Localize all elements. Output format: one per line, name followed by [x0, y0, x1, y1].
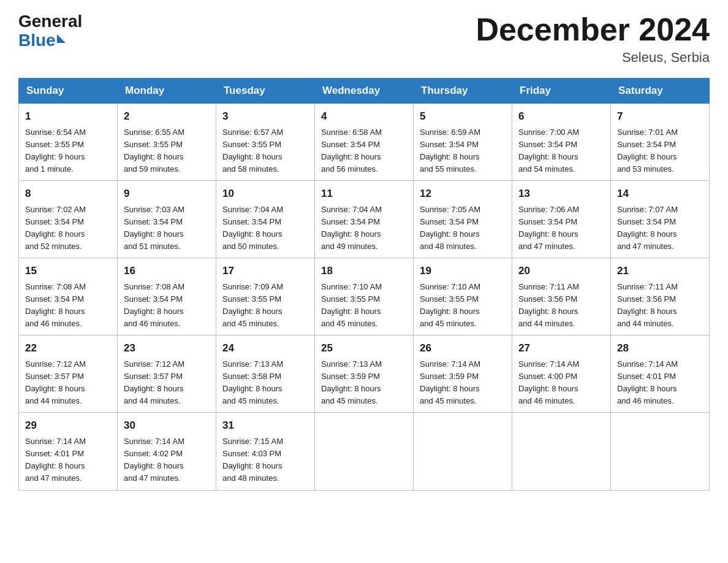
logo-blue-text: Blue [18, 31, 82, 50]
calendar-cell: 24Sunrise: 7:13 AMSunset: 3:58 PMDayligh… [216, 335, 315, 413]
calendar-cell: 2Sunrise: 6:55 AMSunset: 3:55 PMDaylight… [118, 104, 216, 181]
day-number: 27 [518, 340, 604, 356]
calendar-cell: 7Sunrise: 7:01 AMSunset: 3:54 PMDaylight… [611, 104, 710, 181]
day-number: 12 [420, 186, 506, 202]
day-info: Sunrise: 7:08 AMSunset: 3:54 PMDaylight:… [25, 281, 111, 331]
day-info: Sunrise: 7:04 AMSunset: 3:54 PMDaylight:… [222, 204, 308, 253]
logo-general-text: General [18, 12, 82, 31]
day-number: 19 [420, 263, 506, 279]
calendar-cell: 4Sunrise: 6:58 AMSunset: 3:54 PMDaylight… [315, 104, 414, 181]
day-number: 23 [124, 340, 210, 356]
day-number: 31 [222, 418, 308, 434]
day-info: Sunrise: 7:11 AMSunset: 3:56 PMDaylight:… [617, 281, 703, 331]
day-info: Sunrise: 7:01 AMSunset: 3:54 PMDaylight:… [617, 126, 703, 176]
day-number: 3 [222, 109, 308, 124]
calendar-cell: 6Sunrise: 7:00 AMSunset: 3:54 PMDaylight… [512, 104, 611, 181]
calendar-cell: 23Sunrise: 7:12 AMSunset: 3:57 PMDayligh… [118, 335, 216, 413]
day-info: Sunrise: 7:13 AMSunset: 3:59 PMDaylight:… [321, 358, 407, 408]
page-header: General Blue December 2024 Seleus, Serbi… [18, 12, 710, 66]
day-info: Sunrise: 7:10 AMSunset: 3:55 PMDaylight:… [420, 281, 506, 331]
day-info: Sunrise: 7:03 AMSunset: 3:54 PMDaylight:… [124, 204, 210, 253]
day-number: 14 [617, 186, 703, 202]
day-number: 8 [25, 186, 111, 202]
calendar-week-2: 8Sunrise: 7:02 AMSunset: 3:54 PMDaylight… [19, 181, 710, 258]
day-number: 21 [617, 263, 703, 279]
calendar-cell: 19Sunrise: 7:10 AMSunset: 3:55 PMDayligh… [414, 258, 512, 335]
calendar-cell: 21Sunrise: 7:11 AMSunset: 3:56 PMDayligh… [611, 258, 710, 335]
calendar-cell: 16Sunrise: 7:08 AMSunset: 3:54 PMDayligh… [118, 258, 216, 335]
calendar-cell: 8Sunrise: 7:02 AMSunset: 3:54 PMDaylight… [19, 181, 118, 258]
day-info: Sunrise: 7:07 AMSunset: 3:54 PMDaylight:… [617, 204, 703, 253]
day-info: Sunrise: 7:14 AMSunset: 4:01 PMDaylight:… [25, 435, 111, 485]
day-number: 9 [124, 186, 210, 202]
calendar-cell: 3Sunrise: 6:57 AMSunset: 3:55 PMDaylight… [216, 104, 315, 181]
day-number: 18 [321, 263, 407, 279]
day-number: 29 [25, 418, 111, 434]
calendar-cell [611, 413, 710, 490]
day-info: Sunrise: 7:09 AMSunset: 3:55 PMDaylight:… [222, 281, 308, 331]
day-number: 11 [321, 186, 407, 202]
day-info: Sunrise: 6:57 AMSunset: 3:55 PMDaylight:… [222, 126, 308, 176]
day-info: Sunrise: 6:54 AMSunset: 3:55 PMDaylight:… [25, 126, 111, 176]
calendar-cell [414, 413, 512, 490]
day-info: Sunrise: 7:14 AMSunset: 3:59 PMDaylight:… [420, 358, 506, 408]
header-friday: Friday [512, 79, 611, 104]
month-title: December 2024 [476, 12, 710, 47]
header-monday: Monday [118, 79, 216, 104]
day-number: 20 [518, 263, 604, 279]
calendar-week-5: 29Sunrise: 7:14 AMSunset: 4:01 PMDayligh… [19, 413, 710, 490]
calendar-cell: 22Sunrise: 7:12 AMSunset: 3:57 PMDayligh… [19, 335, 118, 413]
day-info: Sunrise: 6:59 AMSunset: 3:54 PMDaylight:… [420, 126, 506, 176]
calendar-cell: 1Sunrise: 6:54 AMSunset: 3:55 PMDaylight… [19, 104, 118, 181]
day-number: 5 [420, 109, 506, 124]
calendar-cell: 15Sunrise: 7:08 AMSunset: 3:54 PMDayligh… [19, 258, 118, 335]
calendar-cell: 17Sunrise: 7:09 AMSunset: 3:55 PMDayligh… [216, 258, 315, 335]
calendar-cell: 31Sunrise: 7:15 AMSunset: 4:03 PMDayligh… [216, 413, 315, 490]
header-tuesday: Tuesday [216, 79, 315, 104]
day-number: 25 [321, 340, 407, 356]
calendar-week-1: 1Sunrise: 6:54 AMSunset: 3:55 PMDaylight… [19, 104, 710, 181]
calendar-cell [315, 413, 414, 490]
calendar-header-row: Sunday Monday Tuesday Wednesday Thursday… [19, 79, 710, 104]
day-number: 1 [25, 109, 111, 124]
day-info: Sunrise: 7:12 AMSunset: 3:57 PMDaylight:… [25, 358, 111, 408]
day-info: Sunrise: 7:15 AMSunset: 4:03 PMDaylight:… [222, 435, 308, 485]
calendar-cell: 25Sunrise: 7:13 AMSunset: 3:59 PMDayligh… [315, 335, 414, 413]
calendar-cell: 13Sunrise: 7:06 AMSunset: 3:54 PMDayligh… [512, 181, 611, 258]
day-number: 30 [124, 418, 210, 434]
day-info: Sunrise: 7:14 AMSunset: 4:01 PMDaylight:… [617, 358, 703, 408]
day-number: 7 [617, 109, 703, 124]
calendar-cell: 28Sunrise: 7:14 AMSunset: 4:01 PMDayligh… [611, 335, 710, 413]
day-info: Sunrise: 7:06 AMSunset: 3:54 PMDaylight:… [518, 204, 604, 253]
day-info: Sunrise: 6:58 AMSunset: 3:54 PMDaylight:… [321, 126, 407, 176]
calendar-cell: 10Sunrise: 7:04 AMSunset: 3:54 PMDayligh… [216, 181, 315, 258]
calendar-cell: 30Sunrise: 7:14 AMSunset: 4:02 PMDayligh… [118, 413, 216, 490]
day-number: 10 [222, 186, 308, 202]
day-info: Sunrise: 7:05 AMSunset: 3:54 PMDaylight:… [420, 204, 506, 253]
calendar-cell: 26Sunrise: 7:14 AMSunset: 3:59 PMDayligh… [414, 335, 512, 413]
day-info: Sunrise: 7:02 AMSunset: 3:54 PMDaylight:… [25, 204, 111, 253]
day-number: 26 [420, 340, 506, 356]
day-info: Sunrise: 7:00 AMSunset: 3:54 PMDaylight:… [518, 126, 604, 176]
day-info: Sunrise: 7:14 AMSunset: 4:00 PMDaylight:… [518, 358, 604, 408]
day-number: 15 [25, 263, 111, 279]
calendar-cell: 11Sunrise: 7:04 AMSunset: 3:54 PMDayligh… [315, 181, 414, 258]
day-number: 28 [617, 340, 703, 356]
calendar-cell [512, 413, 611, 490]
day-number: 17 [222, 263, 308, 279]
header-thursday: Thursday [414, 79, 512, 104]
header-wednesday: Wednesday [315, 79, 414, 104]
day-number: 4 [321, 109, 407, 124]
day-info: Sunrise: 7:13 AMSunset: 3:58 PMDaylight:… [222, 358, 308, 408]
day-number: 6 [518, 109, 604, 124]
calendar-cell: 12Sunrise: 7:05 AMSunset: 3:54 PMDayligh… [414, 181, 512, 258]
calendar-week-3: 15Sunrise: 7:08 AMSunset: 3:54 PMDayligh… [19, 258, 710, 335]
title-block: December 2024 Seleus, Serbia [476, 12, 710, 66]
location-label: Seleus, Serbia [476, 50, 710, 66]
calendar-cell: 18Sunrise: 7:10 AMSunset: 3:55 PMDayligh… [315, 258, 414, 335]
day-number: 16 [124, 263, 210, 279]
day-info: Sunrise: 7:10 AMSunset: 3:55 PMDaylight:… [321, 281, 407, 331]
day-number: 2 [124, 109, 210, 124]
day-info: Sunrise: 7:04 AMSunset: 3:54 PMDaylight:… [321, 204, 407, 253]
logo: General Blue [18, 12, 82, 50]
